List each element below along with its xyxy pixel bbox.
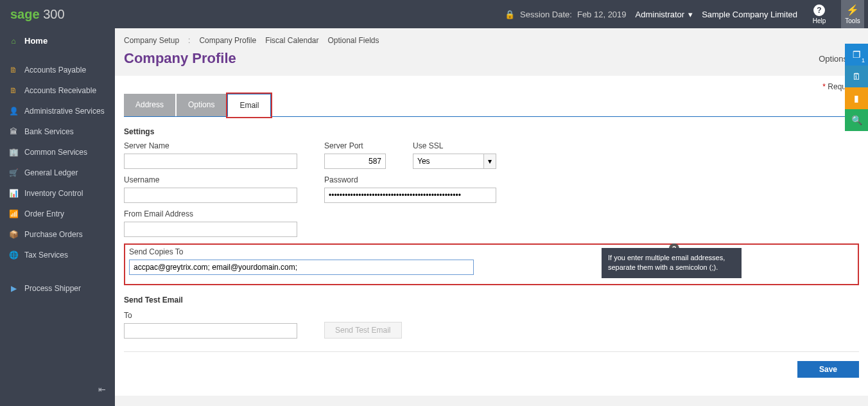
bank-icon: 🏛 [9, 127, 18, 136]
bolt-icon: ⚡ [846, 4, 859, 16]
sidebar-item-bank-services[interactable]: 🏛 Bank Services [0, 121, 115, 142]
breadcrumb-item[interactable]: Optional Fields [328, 36, 379, 45]
tools-button[interactable]: ⚡ Tools [841, 0, 864, 28]
logo-300: 300 [40, 7, 65, 21]
globe-icon: 🌐 [9, 251, 18, 260]
right-rail: ❐ 1 🗓 ▮ 🔍 [845, 44, 868, 131]
tools-label: Tools [845, 17, 860, 24]
sidebar-item-label: General Ledger [24, 168, 78, 177]
required-note: * Required [124, 76, 859, 94]
bars-icon: 📶 [9, 209, 18, 218]
sidebar-item-general-ledger[interactable]: 🛒 General Ledger [0, 163, 115, 183]
tabs: Address Options Email [124, 94, 859, 117]
breadcrumb-sep: : [188, 36, 190, 45]
note-icon: ▮ [854, 93, 859, 103]
sidebar-home-label: Home [24, 36, 48, 46]
truck-icon: ▶ [9, 284, 18, 293]
use-ssl-value: Yes [413, 154, 483, 169]
lock-icon: 🔒 [505, 10, 515, 19]
home-icon: ⌂ [9, 37, 18, 46]
sidebar-home[interactable]: ⌂ Home [0, 28, 115, 53]
send-copies-label: Send Copies To [129, 247, 854, 256]
session-date-label: Session Date: [520, 10, 572, 19]
breadcrumb: Company Setup : Company Profile Fiscal C… [115, 28, 868, 49]
rail-notes-button[interactable]: ▮ [845, 87, 868, 109]
sidebar-item-label: Bank Services [24, 127, 74, 136]
use-ssl-label: Use SSL [413, 141, 496, 150]
settings-heading: Settings [124, 127, 859, 136]
session-date-value: Feb 12, 2019 [577, 10, 627, 19]
divider [124, 351, 859, 352]
tab-options[interactable]: Options [177, 94, 226, 116]
chevron-down-icon: ▾ [688, 10, 693, 19]
document-icon: 🗎 [9, 86, 18, 95]
sidebar-item-label: Tax Services [24, 251, 68, 260]
server-port-input[interactable] [324, 154, 386, 169]
sidebar: ⌂ Home 🗎 Accounts Payable 🗎 Accounts Rec… [0, 28, 115, 406]
server-name-input[interactable] [124, 154, 297, 169]
company-name: Sample Company Limited [702, 10, 797, 19]
sidebar-item-common-services[interactable]: 🏢 Common Services [0, 142, 115, 163]
people-icon: 👤 [9, 107, 18, 116]
page-options-label: Options [819, 54, 847, 64]
breadcrumb-item[interactable]: Company Profile [199, 36, 256, 45]
sidebar-item-label: Accounts Payable [24, 66, 86, 75]
logo-sage: sage [10, 7, 40, 21]
building-icon: 🏢 [9, 148, 18, 157]
help-label: Help [813, 17, 826, 24]
sidebar-item-purchase-orders[interactable]: 📦 Purchase Orders [0, 224, 115, 245]
help-button[interactable]: ? Help [806, 4, 832, 24]
send-copies-highlight: Send Copies To ? If you enter multiple e… [124, 243, 859, 285]
sidebar-item-accounts-receivable[interactable]: 🗎 Accounts Receivable [0, 80, 115, 101]
password-input[interactable] [324, 188, 496, 203]
rail-badge: 1 [862, 57, 865, 64]
sidebar-item-order-entry[interactable]: 📶 Order Entry [0, 204, 115, 224]
send-test-email-button[interactable]: Send Test Email [324, 322, 402, 339]
sidebar-item-process-shipper[interactable]: ▶ Process Shipper [0, 278, 115, 299]
user-name: Administrator [636, 10, 685, 19]
document-icon: 🗎 [9, 66, 18, 75]
search-icon: 🔍 [851, 115, 862, 125]
sidebar-item-label: Accounts Receivable [24, 86, 96, 95]
breadcrumb-root[interactable]: Company Setup [124, 36, 179, 45]
sidebar-item-label: Purchase Orders [24, 230, 83, 239]
windows-icon: ❐ [853, 49, 861, 60]
sidebar-item-admin-services[interactable]: 👤 Administrative Services [0, 101, 115, 121]
to-input[interactable] [124, 323, 297, 339]
rail-windows-button[interactable]: ❐ 1 [845, 44, 868, 66]
top-bar: sage 300 🔒 Session Date: Feb 12, 2019 Ad… [0, 0, 868, 28]
session-date-block: 🔒 Session Date: Feb 12, 2019 [505, 10, 627, 19]
rail-search-button[interactable]: 🔍 [845, 109, 868, 131]
app-logo: sage 300 [10, 7, 65, 22]
sidebar-item-label: Common Services [24, 148, 87, 157]
content-panel: * Required Address Options Email Setting… [115, 76, 868, 396]
sidebar-item-label: Order Entry [24, 209, 64, 218]
sidebar-item-label: Process Shipper [24, 284, 81, 293]
username-label: Username [124, 175, 297, 184]
cart-icon: 🛒 [9, 168, 18, 177]
sidebar-item-label: Administrative Services [24, 107, 105, 116]
save-button[interactable]: Save [797, 361, 859, 378]
username-input[interactable] [124, 188, 297, 203]
from-email-input[interactable] [124, 222, 297, 237]
to-label: To [124, 311, 297, 320]
box-icon: 📦 [9, 230, 18, 239]
page-title: Company Profile [124, 50, 236, 67]
sidebar-item-accounts-payable[interactable]: 🗎 Accounts Payable [0, 60, 115, 80]
send-copies-input[interactable] [129, 260, 474, 275]
user-menu[interactable]: Administrator ▾ [636, 10, 693, 19]
calendar-icon: 🗓 [852, 71, 861, 82]
tab-address[interactable]: Address [124, 94, 175, 116]
from-email-label: From Email Address [124, 209, 297, 218]
sidebar-item-inventory-control[interactable]: 📊 Inventory Control [0, 183, 115, 204]
sidebar-item-tax-services[interactable]: 🌐 Tax Services [0, 245, 115, 265]
chevron-down-icon[interactable]: ▾ [483, 154, 496, 169]
rail-calendar-button[interactable]: 🗓 [845, 66, 868, 87]
chart-icon: 📊 [9, 189, 18, 198]
tab-email[interactable]: Email [227, 94, 271, 117]
use-ssl-select[interactable]: Yes ▾ [413, 154, 496, 169]
help-icon: ? [813, 4, 825, 16]
breadcrumb-item[interactable]: Fiscal Calendar [265, 36, 318, 45]
sidebar-collapse-button[interactable]: ⇤ [98, 384, 106, 394]
main-area: Company Setup : Company Profile Fiscal C… [115, 28, 868, 406]
